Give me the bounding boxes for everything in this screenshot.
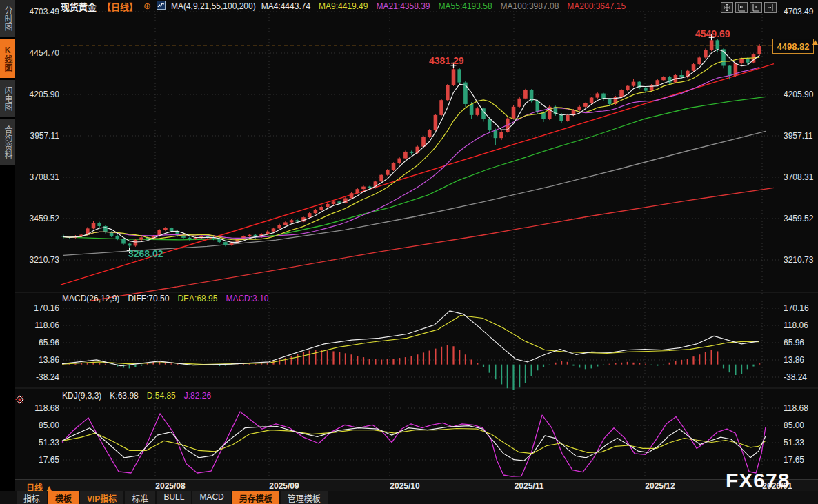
macd-macd-value: MACD:3.10 <box>226 294 268 303</box>
y-axis-label: 4703.49 <box>784 7 818 17</box>
sidebar-item-闪电图[interactable]: 闪电图 <box>0 80 15 117</box>
y-axis-label: -38.24 <box>784 372 818 382</box>
chart-header: 现货黄金【日线】⊕ MA(4,9,21,55,100,200) MA4:4443… <box>61 1 626 12</box>
ma-value-label: MA200:3647.15 <box>567 1 626 11</box>
x-axis-date: 2025/10 <box>390 481 419 491</box>
tab-BULL[interactable]: BULL <box>157 491 191 504</box>
watermark: FX678 <box>726 469 790 492</box>
ma-legend: MA4:4443.74MA9:4419.49MA21:4358.39MA55:4… <box>261 1 626 11</box>
y-axis-label: 17.65 <box>19 455 59 465</box>
pan-tool-icon[interactable] <box>721 2 733 13</box>
tab-VIP指标[interactable]: VIP指标 <box>80 491 123 504</box>
kdj-k-value: K:63.98 <box>110 391 138 401</box>
ma-value-label: MA100:3987.08 <box>501 1 559 11</box>
y-axis-label: 3459.52 <box>784 214 818 223</box>
ma-value-label: MA4:4443.74 <box>261 1 310 11</box>
y-axis-label: 118.68 <box>19 403 59 413</box>
kdj-title: KDJ(9,3,3) <box>62 391 101 401</box>
bottom-toolbar: 指标模板VIP指标标准BULLMACD另存模板管理模板 <box>0 491 818 504</box>
y-axis-label: 4703.49 <box>19 7 59 17</box>
add-indicator-icon[interactable]: ⊕ <box>143 2 151 10</box>
kdj-label-row: KDJ(9,3,3) K:63.98 D:54.85 J:82.26 <box>62 391 211 401</box>
y-axis-label: 118.06 <box>19 321 59 330</box>
current-price-box: 4498.82 <box>772 39 814 54</box>
y-axis-label: 13.86 <box>784 355 818 365</box>
y-axis-label: 4205.90 <box>19 90 59 99</box>
app-window: 分时图K线图闪电图合约资料 现货黄金【日线】⊕ MA(4,9,21,55,100… <box>0 0 818 504</box>
y-axis-label: -38.24 <box>19 372 59 382</box>
x-axis-date: 2025/11 <box>515 481 544 491</box>
sidebar-item-K线图[interactable]: K线图 <box>0 39 15 78</box>
x-axis-date: 2025/09 <box>269 481 299 491</box>
tab-MACD[interactable]: MACD <box>192 491 230 504</box>
kdj-d-value: D:54.85 <box>147 391 176 401</box>
tab-另存模板[interactable]: 另存模板 <box>232 491 279 504</box>
y-axis-label: 13.86 <box>19 355 59 365</box>
y-axis-label: 85.00 <box>784 421 818 430</box>
ma-value-label: MA55:4193.58 <box>439 1 492 11</box>
ma-value-label: MA9:4419.49 <box>319 1 368 11</box>
y-axis-label: 118.06 <box>784 321 818 330</box>
period-badge: 【日线】 <box>102 0 138 13</box>
y-axis-label: 51.33 <box>19 438 59 447</box>
y-axis-label: 3210.73 <box>19 255 59 265</box>
y-axis-label: 51.33 <box>784 438 818 447</box>
y-axis-label: 17.65 <box>784 455 818 465</box>
tab-标准[interactable]: 标准 <box>125 491 155 504</box>
ma-value-label: MA21:4358.39 <box>376 1 430 11</box>
sidebar: 分时图K线图闪电图合约资料 <box>0 0 15 504</box>
y-axis-label: 4205.90 <box>784 90 818 99</box>
annotation-low-aug: 3268.02 <box>128 248 163 259</box>
y-axis-label: 65.96 <box>784 338 818 347</box>
tab-指标[interactable]: 指标 <box>17 491 47 504</box>
annotation-peak-oct: 4381.29 <box>429 55 464 66</box>
y-axis-label: 118.68 <box>784 403 818 413</box>
macd-label-row: MACD(26,12,9) DIFF:70.50 DEA:68.95 MACD:… <box>62 294 268 303</box>
macd-diff-value: DIFF:70.50 <box>128 294 169 303</box>
y-axis-label: 170.16 <box>19 303 59 313</box>
sidebar-item-合约资料[interactable]: 合约资料 <box>0 119 15 165</box>
chart-canvas[interactable] <box>0 0 818 504</box>
x-axis-date: 2025/08 <box>155 481 185 491</box>
x-axis-date: 2025/12 <box>645 481 675 491</box>
y-axis-label: 65.96 <box>19 338 59 347</box>
mini-chart-icon <box>157 1 166 12</box>
move-right-icon[interactable] <box>764 2 777 13</box>
chart-toolbar <box>721 2 777 13</box>
y-axis-label: 4454.70 <box>19 48 59 58</box>
y-axis-label: 3708.31 <box>784 172 818 182</box>
y-axis-label: 3708.31 <box>19 172 59 182</box>
y-axis-label: 3210.73 <box>784 255 818 265</box>
tab-模板[interactable]: 模板 <box>48 491 79 504</box>
ma-settings-label: MA(4,9,21,55,100,200) <box>171 1 256 11</box>
y-axis-label: 3957.11 <box>784 131 818 141</box>
compress-left-icon[interactable] <box>735 2 748 13</box>
annotation-peak-dec: 4549.69 <box>695 28 730 39</box>
y-axis-label: 85.00 <box>19 421 59 430</box>
y-axis-label: 3459.52 <box>19 214 59 223</box>
macd-title: MACD(26,12,9) <box>62 294 119 303</box>
sidebar-item-分时图[interactable]: 分时图 <box>0 0 15 37</box>
kdj-j-value: J:82.26 <box>184 391 211 401</box>
y-axis-label: 170.16 <box>784 303 818 313</box>
alert-icon <box>15 394 24 407</box>
price-up-arrow-icon <box>812 40 818 45</box>
symbol-title: 现货黄金 <box>61 0 97 13</box>
x-axis-strip: 日线 ▲ 2025/082025/092025/102025/112025/12… <box>15 479 818 492</box>
y-axis-label: 3957.11 <box>19 131 59 141</box>
tab-管理模板[interactable]: 管理模板 <box>281 491 328 504</box>
compress-right-icon[interactable] <box>750 2 762 13</box>
macd-dea-value: DEA:68.95 <box>177 294 217 303</box>
